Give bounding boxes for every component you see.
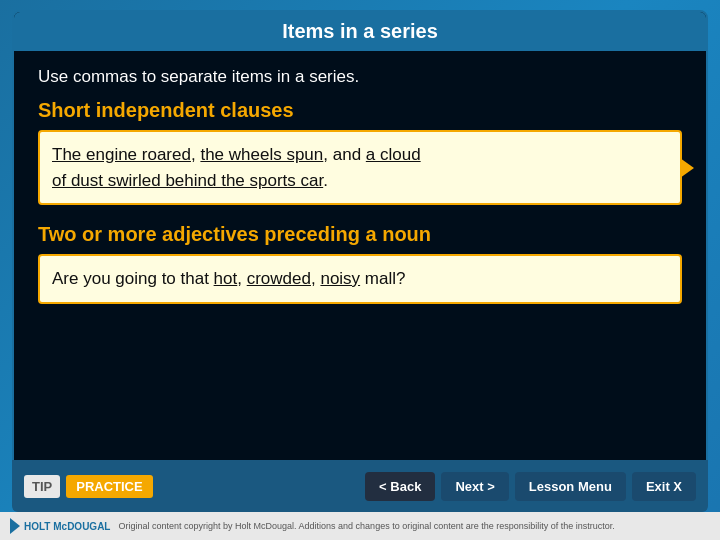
section1-example: The engine roared, the wheels spun, and … (38, 130, 682, 205)
lesson-menu-button[interactable]: Lesson Menu (515, 472, 626, 501)
tip-section: TIP PRACTICE (24, 475, 153, 498)
nav-buttons: < Back Next > Lesson Menu Exit X (365, 472, 696, 501)
next-button[interactable]: Next > (441, 472, 508, 501)
arrow-right-icon (680, 158, 694, 178)
back-button[interactable]: < Back (365, 472, 435, 501)
example1-comma1: , (191, 145, 196, 164)
nav-bar: TIP PRACTICE < Back Next > Lesson Menu E… (12, 460, 708, 512)
example1-comma2: , (323, 145, 328, 164)
section2-example: Are you going to that hot, crowded, nois… (38, 254, 682, 304)
brand-name: HOLT McDOUGAL (24, 521, 110, 532)
example1-underline2: the wheels spun (200, 145, 323, 164)
example1-period: . (323, 171, 328, 190)
example1-underline4: of dust swirled behind the sports car (52, 171, 323, 190)
tip-label: TIP (24, 475, 60, 498)
main-card: Items in a series Use commas to separate… (12, 10, 708, 480)
card-title: Items in a series (14, 12, 706, 51)
section1: Short independent clauses The engine roa… (38, 99, 682, 205)
exit-button[interactable]: Exit X (632, 472, 696, 501)
example2-noisy: noisy (320, 269, 360, 288)
intro-text: Use commas to separate items in a series… (38, 67, 682, 87)
card-body: Use commas to separate items in a series… (14, 51, 706, 478)
example1-underline1: The engine roared (52, 145, 191, 164)
holt-arrow-icon (10, 518, 20, 534)
section2: Two or more adjectives preceding a noun … (38, 223, 682, 304)
example1-part1: The engine roared, the wheels spun, and … (52, 145, 421, 190)
example1-underline3: a cloud (366, 145, 421, 164)
example2-hot: hot (214, 269, 238, 288)
section2-heading: Two or more adjectives preceding a noun (38, 223, 682, 246)
footer-logo: HOLT McDOUGAL (10, 518, 110, 534)
copyright-text: Original content copyright by Holt McDou… (118, 521, 614, 531)
footer: HOLT McDOUGAL Original content copyright… (0, 512, 720, 540)
example2-text: Are you going to that hot, crowded, nois… (52, 269, 405, 288)
practice-label: PRACTICE (66, 475, 152, 498)
example2-crowded: crowded (247, 269, 311, 288)
section1-heading: Short independent clauses (38, 99, 682, 122)
